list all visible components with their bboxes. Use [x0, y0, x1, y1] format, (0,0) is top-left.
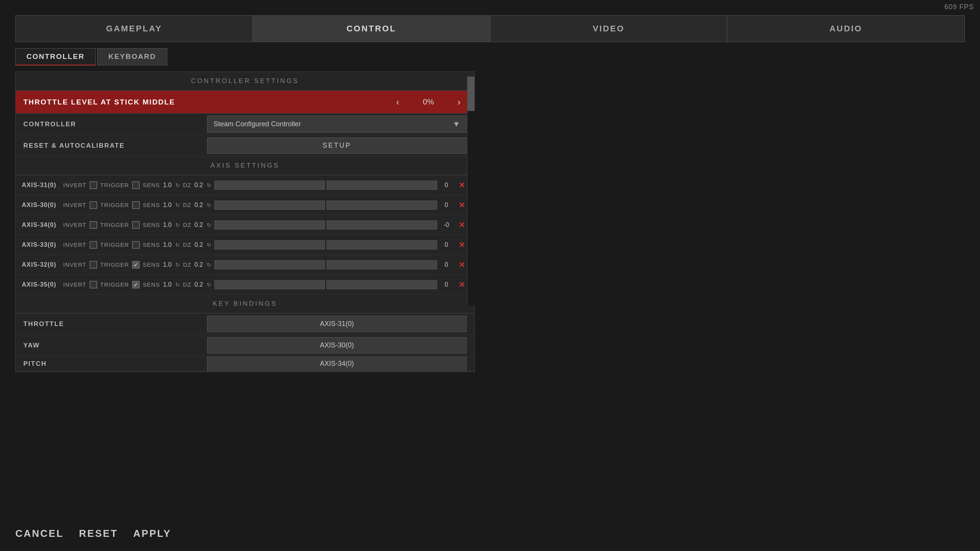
axis-34-trigger-label: TRIGGER [100, 222, 129, 228]
axis-34-dz-label: DZ [183, 222, 191, 228]
axis-35-sens-value: 1.0 [163, 281, 172, 288]
axis-31-sens-label: SENS [143, 182, 160, 188]
axis-row-34: AXIS-34(0) INVERT TRIGGER SENS 1.0 ↻ DZ … [16, 215, 474, 235]
controller-label: CONTROLLER [23, 121, 207, 128]
axis-30-sens-value: 1.0 [163, 202, 172, 209]
axis-31-sens-reset-icon[interactable]: ↻ [175, 182, 180, 188]
axis-35-sens-label: SENS [143, 281, 160, 288]
axis-32-trigger-checkbox[interactable] [132, 261, 140, 269]
keybind-pitch-row: PITCH AXIS-34(0) [16, 356, 474, 372]
axis-34-invert-checkbox[interactable] [90, 221, 97, 229]
cancel-button[interactable]: CANCEL [15, 528, 64, 540]
throttle-decrease-button[interactable]: ‹ [390, 94, 405, 111]
axis-32-numeric-value: 0 [440, 261, 452, 268]
axis-32-invert-label: INVERT [63, 261, 87, 268]
throttle-controls: ‹ 0% › [390, 94, 467, 111]
axis-31-delete-button[interactable]: ✕ [456, 179, 468, 191]
axis-31-dz-reset-icon[interactable]: ↻ [207, 182, 211, 188]
axis-30-sens-reset-icon[interactable]: ↻ [175, 202, 180, 208]
axis-30-bar-container [214, 201, 437, 210]
tab-control[interactable]: CONTROL [253, 16, 490, 42]
axis-35-sens-reset-icon[interactable]: ↻ [175, 282, 180, 288]
axis-31-trigger-label: TRIGGER [100, 182, 129, 188]
axis-34-name: AXIS-34(0) [22, 222, 60, 228]
axis-32-trigger-label: TRIGGER [100, 261, 129, 268]
sub-tabs: CONTROLLER KEYBOARD [15, 48, 965, 65]
setup-control: SETUP [207, 137, 467, 154]
axis-32-sens-reset-icon[interactable]: ↻ [175, 262, 180, 268]
subtab-controller[interactable]: CONTROLLER [15, 48, 96, 65]
axis-35-invert-label: INVERT [63, 281, 87, 288]
axis-33-delete-button[interactable]: ✕ [456, 239, 468, 251]
main-container: GAMEPLAY CONTROL VIDEO AUDIO CONTROLLER … [15, 15, 965, 551]
axis-32-invert-checkbox[interactable] [90, 261, 97, 269]
axis-30-dz-label: DZ [183, 202, 191, 208]
axis-settings-header: AXIS SETTINGS [16, 156, 474, 175]
axis-31-bar-container [214, 181, 437, 190]
keybind-throttle-value[interactable]: AXIS-31(0) [207, 316, 467, 332]
keybind-yaw-value[interactable]: AXIS-30(0) [207, 337, 467, 354]
scrollbar-thumb[interactable] [467, 77, 475, 111]
axis-33-dz-reset-icon[interactable]: ↻ [207, 242, 211, 248]
axis-30-delete-button[interactable]: ✕ [456, 199, 468, 211]
subtab-keyboard[interactable]: KEYBOARD [97, 48, 167, 65]
axis-35-name: AXIS-35(0) [22, 281, 60, 288]
axis-32-name: AXIS-32(0) [22, 261, 60, 268]
axis-32-delete-button[interactable]: ✕ [456, 259, 468, 271]
reset-autocalibrate-label: RESET & AUTOCALIBRATE [23, 142, 207, 150]
apply-button[interactable]: APPLY [133, 528, 171, 540]
axis-row-33: AXIS-33(0) INVERT TRIGGER SENS 1.0 ↻ DZ … [16, 235, 474, 255]
axis-34-delete-button[interactable]: ✕ [456, 219, 468, 231]
setup-button[interactable]: SETUP [207, 137, 467, 154]
axis-30-trigger-checkbox[interactable] [132, 201, 140, 209]
reset-button[interactable]: RESET [79, 528, 118, 540]
axis-33-dz-label: DZ [183, 241, 191, 248]
scrollbar[interactable] [467, 77, 475, 306]
axis-34-bar1 [214, 220, 325, 230]
axis-30-bar2 [327, 201, 437, 210]
axis-35-bar-container [214, 280, 437, 289]
axis-35-bar1 [214, 280, 325, 289]
axis-31-sens-value: 1.0 [163, 182, 172, 189]
axis-35-trigger-checkbox[interactable] [132, 281, 140, 289]
axis-31-invert-checkbox[interactable] [90, 181, 97, 189]
axis-33-invert-checkbox[interactable] [90, 241, 97, 249]
axis-31-name: AXIS-31(0) [22, 182, 60, 189]
keybind-pitch-value[interactable]: AXIS-34(0) [207, 356, 467, 372]
axis-30-dz-reset-icon[interactable]: ↻ [207, 202, 211, 208]
tab-video[interactable]: VIDEO [490, 16, 728, 42]
axis-33-sens-value: 1.0 [163, 241, 172, 248]
tab-audio[interactable]: AUDIO [727, 16, 964, 42]
axis-30-invert-checkbox[interactable] [90, 201, 97, 209]
keybind-yaw-label: YAW [23, 342, 207, 349]
axis-33-sens-reset-icon[interactable]: ↻ [175, 242, 180, 248]
axis-35-trigger-label: TRIGGER [100, 281, 129, 288]
axis-35-dz-value: 0.2 [194, 281, 204, 288]
axis-32-bar2 [327, 260, 437, 269]
axis-33-trigger-checkbox[interactable] [132, 241, 140, 249]
axis-31-numeric-value: 0 [440, 182, 452, 189]
axis-35-invert-checkbox[interactable] [90, 281, 97, 289]
axis-35-delete-button[interactable]: ✕ [456, 279, 468, 291]
keybind-yaw-row: YAW AXIS-30(0) [16, 335, 474, 356]
controller-dropdown[interactable]: Steam Configured Controller ▼ [207, 116, 467, 133]
axis-31-dz-value: 0.2 [194, 182, 204, 189]
axis-34-dz-reset-icon[interactable]: ↻ [207, 222, 211, 228]
fps-counter: 609 FPS [944, 3, 974, 11]
throttle-increase-button[interactable]: › [451, 94, 467, 111]
keybind-throttle-row: THROTTLE AXIS-31(0) [16, 313, 474, 335]
axis-34-invert-label: INVERT [63, 222, 87, 228]
tab-gameplay[interactable]: GAMEPLAY [16, 16, 253, 42]
axis-row-31: AXIS-31(0) INVERT TRIGGER SENS 1.0 ↻ DZ … [16, 175, 474, 195]
axis-32-dz-reset-icon[interactable]: ↻ [207, 262, 211, 268]
axis-33-name: AXIS-33(0) [22, 241, 60, 248]
axis-35-dz-reset-icon[interactable]: ↻ [207, 282, 211, 288]
axis-31-trigger-checkbox[interactable] [132, 181, 140, 189]
axis-34-sens-reset-icon[interactable]: ↻ [175, 222, 180, 228]
axis-33-invert-label: INVERT [63, 241, 87, 248]
axis-33-sens-label: SENS [143, 241, 160, 248]
keybind-throttle-label: THROTTLE [23, 320, 207, 328]
throttle-value: 0% [405, 98, 451, 106]
throttle-label: THROTTLE LEVEL AT STICK MIDDLE [23, 98, 390, 106]
axis-34-trigger-checkbox[interactable] [132, 221, 140, 229]
